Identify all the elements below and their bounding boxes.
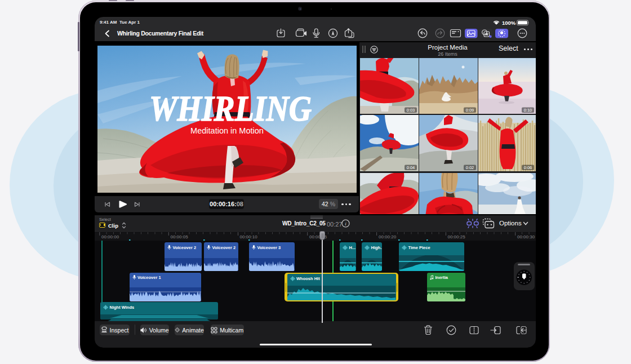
svg-text:00:00:05: 00:00:05 — [171, 234, 189, 239]
svg-text:00:00:30: 00:00:30 — [517, 234, 535, 239]
svg-text:00:00:20: 00:00:20 — [379, 234, 397, 239]
svg-text:100%: 100% — [502, 19, 516, 25]
svg-text:Meditation in Motion: Meditation in Motion — [190, 126, 264, 135]
svg-text:0:10: 0:10 — [524, 108, 532, 113]
svg-text:0:02: 0:02 — [466, 165, 474, 170]
svg-text:00:00:25: 00:00:25 — [448, 234, 466, 239]
svg-text:WHIRLING: WHIRLING — [149, 88, 312, 128]
svg-text:0:09: 0:09 — [466, 108, 474, 113]
svg-text:0:06: 0:06 — [524, 165, 532, 170]
svg-text:00:00:00: 00:00:00 — [101, 234, 119, 239]
svg-text:0:04: 0:04 — [407, 165, 415, 170]
svg-text:0:03: 0:03 — [407, 108, 415, 113]
svg-text:00:00:10: 00:00:10 — [240, 234, 258, 239]
svg-text:i: i — [345, 221, 346, 227]
